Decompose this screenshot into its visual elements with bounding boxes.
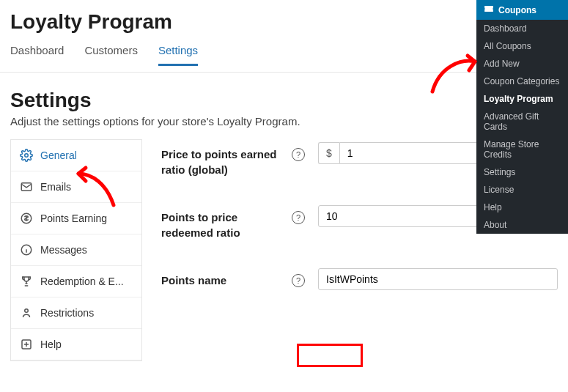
info-icon (20, 243, 33, 256)
settings-sidebar: General Emails Points Earning Messages R… (10, 139, 142, 361)
admin-menu-item-help[interactable]: Help (476, 199, 568, 216)
sidebar-item-label: Points Earning (40, 212, 107, 224)
sidebar-item-general[interactable]: General (11, 140, 141, 171)
sidebar-item-restrictions[interactable]: Restrictions (11, 297, 141, 329)
sidebar-item-label: Redemption & E... (40, 275, 124, 287)
sidebar-item-label: Messages (40, 244, 87, 256)
sidebar-item-messages[interactable]: Messages (11, 234, 141, 266)
admin-menu-item-coupon-categories[interactable]: Coupon Categories (476, 73, 568, 90)
coupon-icon (484, 4, 494, 15)
admin-flyout-menu: Coupons Dashboard All Coupons Add New Co… (476, 0, 568, 234)
input-wrap-points-name (318, 268, 558, 290)
admin-menu-item-advanced-gift-cards[interactable]: Advanced Gift Cards (476, 108, 568, 136)
admin-menu-item-settings[interactable]: Settings (476, 163, 568, 181)
sidebar-item-label: Help (40, 339, 62, 350)
admin-menu-item-all-coupons[interactable]: All Coupons (476, 37, 568, 55)
label-price-to-points: Price to points earned ratio (global) (161, 142, 279, 177)
trophy-icon (20, 275, 33, 288)
sidebar-item-points-earning[interactable]: Points Earning (11, 203, 141, 234)
mail-icon (20, 180, 33, 193)
label-points-to-price: Points to price redeemed ratio (161, 205, 279, 240)
gear-icon (20, 149, 33, 162)
sidebar-item-label: General (40, 149, 77, 161)
plus-box-icon (20, 338, 33, 351)
sidebar-item-label: Restrictions (40, 307, 94, 319)
currency-prefix: $ (318, 142, 339, 164)
admin-menu-item-dashboard[interactable]: Dashboard (476, 20, 568, 37)
dollar-icon (20, 212, 33, 225)
tab-dashboard[interactable]: Dashboard (10, 40, 64, 66)
points-name-input[interactable] (318, 268, 558, 290)
sidebar-item-help[interactable]: Help (11, 329, 141, 360)
admin-menu-header-label: Coupons (498, 5, 536, 15)
svg-point-4 (25, 309, 29, 313)
help-icon[interactable]: ? (292, 274, 305, 287)
admin-menu-item-loyalty-program[interactable]: Loyalty Program (476, 90, 568, 108)
admin-menu-item-add-new[interactable]: Add New (476, 55, 568, 73)
help-icon[interactable]: ? (292, 211, 305, 224)
tab-settings[interactable]: Settings (158, 40, 198, 66)
sidebar-item-redemption[interactable]: Redemption & E... (11, 266, 141, 297)
tab-customers[interactable]: Customers (84, 40, 138, 66)
admin-menu-header[interactable]: Coupons (476, 0, 568, 20)
admin-menu-item-license[interactable]: License (476, 181, 568, 199)
sidebar-item-label: Emails (40, 181, 71, 193)
row-points-name: Points name ? (161, 268, 558, 290)
label-points-name: Points name (161, 268, 279, 288)
help-icon[interactable]: ? (292, 148, 305, 161)
admin-menu-item-about[interactable]: About (476, 216, 568, 234)
sidebar-item-emails[interactable]: Emails (11, 171, 141, 203)
svg-point-0 (25, 154, 29, 158)
person-icon (20, 306, 33, 319)
admin-menu-item-manage-store-credits[interactable]: Manage Store Credits (476, 136, 568, 163)
